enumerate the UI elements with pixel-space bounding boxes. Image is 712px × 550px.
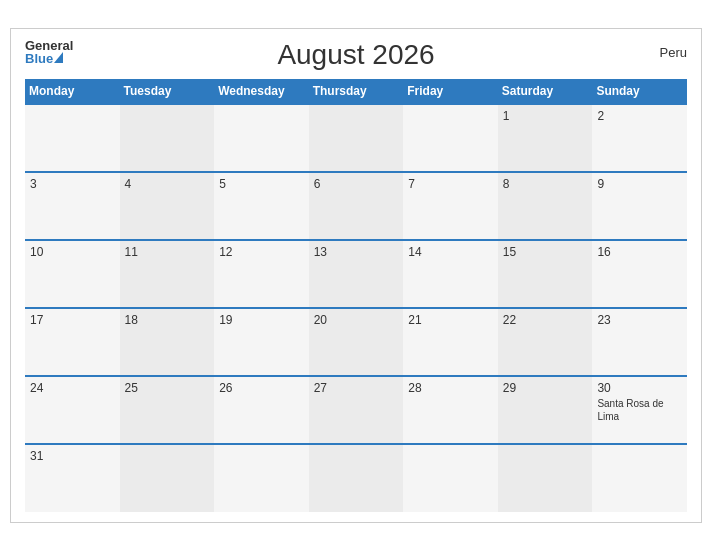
week-row-3: 10111213141516 <box>25 240 687 308</box>
day-cell <box>403 444 498 512</box>
day-cell <box>214 444 309 512</box>
week-row-5: 24252627282930Santa Rosa de Lima <box>25 376 687 444</box>
day-cell: 17 <box>25 308 120 376</box>
day-cell: 12 <box>214 240 309 308</box>
day-cell: 24 <box>25 376 120 444</box>
day-cell <box>498 444 593 512</box>
day-number: 6 <box>314 177 399 191</box>
day-number: 12 <box>219 245 304 259</box>
day-cell: 18 <box>120 308 215 376</box>
day-cell <box>309 104 404 172</box>
day-cell: 10 <box>25 240 120 308</box>
day-number: 5 <box>219 177 304 191</box>
day-cell: 8 <box>498 172 593 240</box>
logo-blue-text: Blue <box>25 52 53 65</box>
day-number: 22 <box>503 313 588 327</box>
day-number: 17 <box>30 313 115 327</box>
day-number: 26 <box>219 381 304 395</box>
day-number: 20 <box>314 313 399 327</box>
week-row-4: 17181920212223 <box>25 308 687 376</box>
day-number: 13 <box>314 245 399 259</box>
day-number: 21 <box>408 313 493 327</box>
col-tuesday: Tuesday <box>120 79 215 104</box>
logo-triangle-icon <box>54 52 63 63</box>
day-cell: 19 <box>214 308 309 376</box>
day-cell: 15 <box>498 240 593 308</box>
col-friday: Friday <box>403 79 498 104</box>
col-wednesday: Wednesday <box>214 79 309 104</box>
day-number: 1 <box>503 109 588 123</box>
week-row-6: 31 <box>25 444 687 512</box>
day-cell: 23 <box>592 308 687 376</box>
day-cell: 31 <box>25 444 120 512</box>
day-number: 28 <box>408 381 493 395</box>
day-cell <box>25 104 120 172</box>
day-cell: 9 <box>592 172 687 240</box>
day-number: 31 <box>30 449 115 463</box>
day-number: 24 <box>30 381 115 395</box>
logo: General Blue <box>25 39 73 65</box>
day-cell: 21 <box>403 308 498 376</box>
day-number: 7 <box>408 177 493 191</box>
day-cell: 25 <box>120 376 215 444</box>
day-number: 3 <box>30 177 115 191</box>
day-cell: 5 <box>214 172 309 240</box>
day-number: 14 <box>408 245 493 259</box>
day-cell: 1 <box>498 104 593 172</box>
day-cell <box>214 104 309 172</box>
day-number: 8 <box>503 177 588 191</box>
day-cell <box>120 104 215 172</box>
day-number: 25 <box>125 381 210 395</box>
weekday-header-row: Monday Tuesday Wednesday Thursday Friday… <box>25 79 687 104</box>
col-monday: Monday <box>25 79 120 104</box>
day-cell: 11 <box>120 240 215 308</box>
day-cell <box>309 444 404 512</box>
day-cell: 20 <box>309 308 404 376</box>
day-number: 18 <box>125 313 210 327</box>
day-cell: 4 <box>120 172 215 240</box>
calendar-header: General Blue August 2026 Peru <box>25 39 687 71</box>
logo-general-text: General <box>25 39 73 52</box>
day-cell: 26 <box>214 376 309 444</box>
col-thursday: Thursday <box>309 79 404 104</box>
week-row-1: 12 <box>25 104 687 172</box>
calendar-title: August 2026 <box>277 39 434 71</box>
day-number: 15 <box>503 245 588 259</box>
calendar-wrapper: General Blue August 2026 Peru Monday Tue… <box>10 28 702 523</box>
day-cell: 27 <box>309 376 404 444</box>
day-cell: 13 <box>309 240 404 308</box>
day-cell: 29 <box>498 376 593 444</box>
country-label: Peru <box>660 45 687 60</box>
col-sunday: Sunday <box>592 79 687 104</box>
day-number: 2 <box>597 109 682 123</box>
col-saturday: Saturday <box>498 79 593 104</box>
day-cell <box>403 104 498 172</box>
day-number: 27 <box>314 381 399 395</box>
day-cell: 16 <box>592 240 687 308</box>
day-cell: 22 <box>498 308 593 376</box>
calendar-grid: Monday Tuesday Wednesday Thursday Friday… <box>25 79 687 512</box>
day-number: 19 <box>219 313 304 327</box>
day-cell: 2 <box>592 104 687 172</box>
day-number: 16 <box>597 245 682 259</box>
day-number: 23 <box>597 313 682 327</box>
day-cell: 28 <box>403 376 498 444</box>
day-number: 29 <box>503 381 588 395</box>
day-number: 11 <box>125 245 210 259</box>
calendar-body: 1234567891011121314151617181920212223242… <box>25 104 687 512</box>
day-number: 30 <box>597 381 682 395</box>
day-cell: 30Santa Rosa de Lima <box>592 376 687 444</box>
day-cell: 14 <box>403 240 498 308</box>
day-cell: 6 <box>309 172 404 240</box>
day-number: 10 <box>30 245 115 259</box>
day-cell <box>592 444 687 512</box>
day-number: 4 <box>125 177 210 191</box>
holiday-label: Santa Rosa de Lima <box>597 397 682 423</box>
week-row-2: 3456789 <box>25 172 687 240</box>
day-cell <box>120 444 215 512</box>
day-number: 9 <box>597 177 682 191</box>
day-cell: 7 <box>403 172 498 240</box>
day-cell: 3 <box>25 172 120 240</box>
